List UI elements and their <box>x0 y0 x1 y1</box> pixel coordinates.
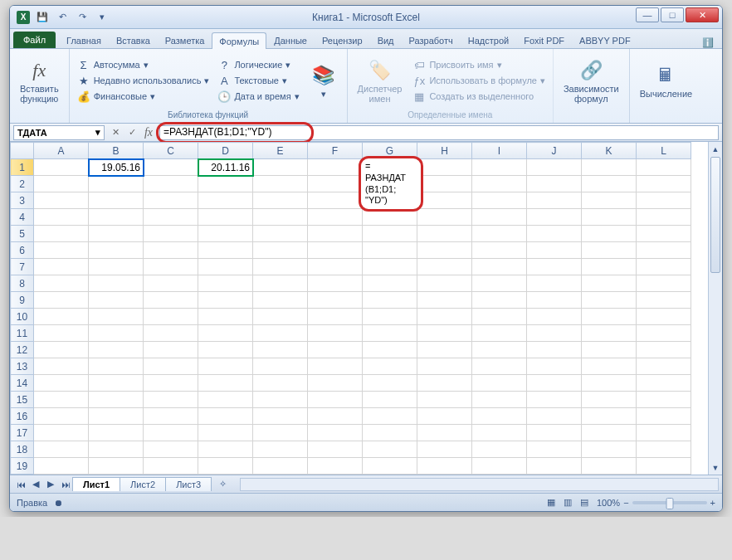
row-header-17[interactable]: 17 <box>11 425 34 441</box>
row-header-11[interactable]: 11 <box>11 325 34 342</box>
cell-H9[interactable] <box>417 292 472 309</box>
redo-icon[interactable]: ↷ <box>75 10 90 25</box>
cell-D19[interactable] <box>198 458 253 475</box>
cell-C2[interactable] <box>144 176 198 192</box>
cell-H13[interactable] <box>417 358 472 375</box>
cell-A3[interactable] <box>34 192 89 209</box>
col-header-J[interactable]: J <box>527 143 582 159</box>
maximize-button[interactable]: □ <box>661 7 684 22</box>
cell-F5[interactable] <box>308 226 363 242</box>
cell-F2[interactable] <box>308 176 363 192</box>
cell-G16[interactable] <box>363 408 417 425</box>
accept-formula-button[interactable]: ✓ <box>124 125 139 140</box>
cell-K16[interactable] <box>582 408 637 425</box>
cell-B2[interactable] <box>89 176 144 192</box>
formula-deps-button[interactable]: 🔗Зависимости формул <box>559 51 624 110</box>
cell-I3[interactable] <box>472 192 527 209</box>
cell-I12[interactable] <box>472 342 527 358</box>
row-header-12[interactable]: 12 <box>11 342 34 358</box>
cell-F13[interactable] <box>308 358 363 375</box>
cell-K18[interactable] <box>582 441 637 458</box>
cell-K9[interactable] <box>582 292 637 309</box>
cell-C14[interactable] <box>144 375 198 392</box>
ribbon-tab-2[interactable]: Разметка <box>158 32 212 48</box>
macro-record-icon[interactable]: ⏺ <box>54 498 63 508</box>
cell-A9[interactable] <box>34 292 89 309</box>
new-sheet-button[interactable]: ✧ <box>215 477 230 492</box>
cell-K13[interactable] <box>582 358 637 375</box>
cell-H18[interactable] <box>417 441 472 458</box>
cell-D2[interactable] <box>198 176 253 192</box>
col-header-C[interactable]: C <box>144 143 198 159</box>
view-normal-icon[interactable]: ▦ <box>547 497 555 508</box>
cell-J3[interactable] <box>527 192 582 209</box>
cell-F14[interactable] <box>308 375 363 392</box>
cell-C5[interactable] <box>144 226 198 242</box>
ribbon-tab-10[interactable]: ABBYY PDF <box>572 32 638 48</box>
cell-K15[interactable] <box>582 392 637 408</box>
col-header-K[interactable]: K <box>582 143 637 159</box>
cell-E15[interactable] <box>253 392 308 408</box>
cell-B19[interactable] <box>89 458 144 475</box>
cell-F4[interactable] <box>308 209 363 226</box>
cell-D15[interactable] <box>198 392 253 408</box>
cell-A14[interactable] <box>34 375 89 392</box>
cell-C10[interactable] <box>144 309 198 325</box>
cell-E2[interactable] <box>253 176 308 192</box>
cell-J5[interactable] <box>527 226 582 242</box>
cell-C13[interactable] <box>144 358 198 375</box>
recent-functions-button[interactable]: ★Недавно использовались ▾ <box>75 73 212 88</box>
insert-function-button[interactable]: fx Вставить функцию <box>15 51 64 110</box>
cell-G17[interactable] <box>363 425 417 441</box>
cell-D3[interactable] <box>198 192 253 209</box>
cell-J2[interactable] <box>527 176 582 192</box>
col-header-B[interactable]: B <box>89 143 144 159</box>
cell-K12[interactable] <box>582 342 637 358</box>
cell-B14[interactable] <box>89 375 144 392</box>
cell-B13[interactable] <box>89 358 144 375</box>
cell-I7[interactable] <box>472 259 527 275</box>
zoom-control[interactable]: 100% − + <box>597 498 715 508</box>
cell-I10[interactable] <box>472 309 527 325</box>
cell-L18[interactable] <box>637 441 691 458</box>
cell-B18[interactable] <box>89 441 144 458</box>
row-header-14[interactable]: 14 <box>11 375 34 392</box>
cell-I16[interactable] <box>472 408 527 425</box>
cell-J16[interactable] <box>527 408 582 425</box>
cell-edit-overlay[interactable]: =РАЗНДАТ(B1;D1;"YD") <box>359 156 423 212</box>
cell-L8[interactable] <box>637 275 691 292</box>
cell-G13[interactable] <box>363 358 417 375</box>
sheet-tab-2[interactable]: Лист3 <box>165 477 212 491</box>
cell-B1[interactable]: 19.05.16 <box>89 159 144 176</box>
financial-button[interactable]: 💰Финансовые ▾ <box>75 89 212 104</box>
cell-E3[interactable] <box>253 192 308 209</box>
cell-H6[interactable] <box>417 242 472 259</box>
next-sheet-button[interactable]: ▶ <box>43 477 58 492</box>
cell-L13[interactable] <box>637 358 691 375</box>
cell-H8[interactable] <box>417 275 472 292</box>
cell-C17[interactable] <box>144 425 198 441</box>
cell-F8[interactable] <box>308 275 363 292</box>
zoom-slider[interactable] <box>632 501 707 504</box>
cell-L14[interactable] <box>637 375 691 392</box>
cell-B7[interactable] <box>89 259 144 275</box>
cell-C18[interactable] <box>144 441 198 458</box>
cell-C7[interactable] <box>144 259 198 275</box>
ribbon-tab-3[interactable]: Формулы <box>212 32 266 49</box>
cell-I1[interactable] <box>472 159 527 176</box>
name-box[interactable]: ТДАТА▾ <box>13 125 105 140</box>
cell-F19[interactable] <box>308 458 363 475</box>
cell-B6[interactable] <box>89 242 144 259</box>
cell-C1[interactable] <box>144 159 198 176</box>
cell-L17[interactable] <box>637 425 691 441</box>
cell-C6[interactable] <box>144 242 198 259</box>
cell-A8[interactable] <box>34 275 89 292</box>
select-all-cell[interactable] <box>11 143 34 159</box>
last-sheet-button[interactable]: ⏭ <box>58 477 73 492</box>
cell-H1[interactable] <box>417 159 472 176</box>
cell-I4[interactable] <box>472 209 527 226</box>
sheet-tab-0[interactable]: Лист1 <box>72 477 120 491</box>
cell-K11[interactable] <box>582 325 637 342</box>
ribbon-tab-4[interactable]: Данные <box>266 32 315 48</box>
sheet-tab-1[interactable]: Лист2 <box>120 477 166 491</box>
